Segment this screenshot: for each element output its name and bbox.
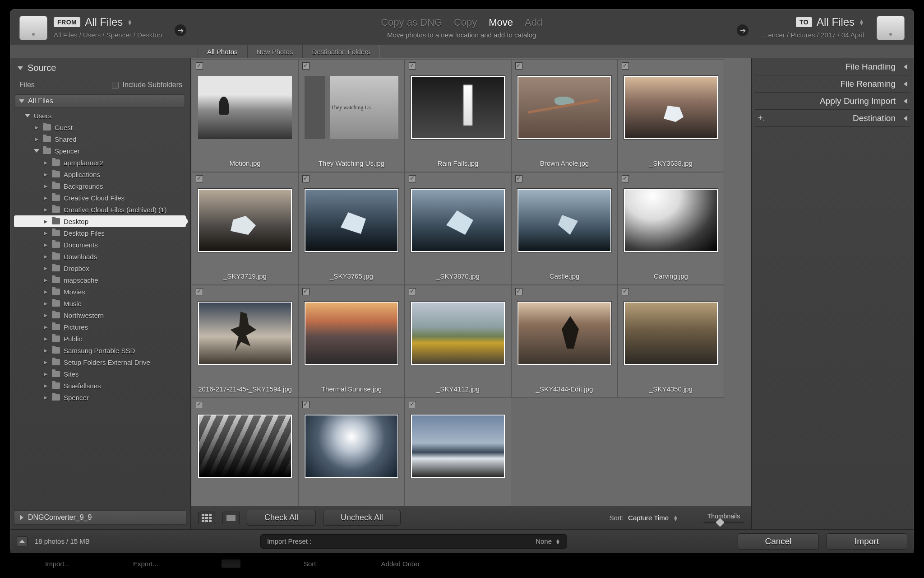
source-block[interactable]: FROM All Files ▲▼ All Files / Users / Sp… (54, 16, 162, 39)
thumbnail-cell[interactable]: _SKY4350.jpg (618, 285, 724, 398)
panel-header-source[interactable]: Source (13, 58, 188, 77)
tree-dng-converter[interactable]: DNGConverter_9_9 (14, 510, 187, 525)
thumbnail-image[interactable]: They watching Us. (305, 76, 398, 139)
dropdown-icon[interactable]: ▲▼ (859, 19, 864, 25)
thumbnail-checkbox[interactable] (409, 62, 416, 70)
uncheck-all-button[interactable]: Uncheck All (323, 510, 401, 526)
panel-file-renaming[interactable]: File Renaming (755, 75, 910, 93)
panel-file-handling[interactable]: File Handling (755, 58, 910, 75)
thumbnail-cell[interactable]: _SKY3719.jpg (192, 172, 298, 285)
thumbnail-image[interactable] (198, 189, 292, 252)
thumbnail-cell[interactable]: _SKY4344-Edit.jpg (511, 285, 618, 398)
arrow-right-icon[interactable]: ➔ (175, 24, 186, 36)
destination-drive-icon[interactable] (877, 16, 905, 40)
tree-item-selected[interactable]: ▶Desktop (14, 215, 186, 227)
thumbnail-image[interactable] (517, 302, 611, 365)
tree-spencer[interactable]: Spencer (14, 145, 186, 157)
thumbnail-checkbox[interactable] (196, 62, 203, 70)
thumbnail-checkbox[interactable] (302, 401, 310, 408)
preset-value[interactable]: None (536, 537, 552, 545)
op-copy[interactable]: Copy (454, 17, 477, 28)
thumbnail-image[interactable] (411, 76, 505, 139)
grid-view-button[interactable] (198, 512, 215, 524)
tree-all-files[interactable]: All Files (15, 94, 185, 108)
thumbnail-checkbox[interactable] (302, 175, 310, 182)
thumbnail-checkbox[interactable] (409, 175, 416, 182)
thumbnail-checkbox[interactable] (409, 401, 416, 408)
loupe-view-button[interactable] (222, 512, 240, 524)
thumbnail-checkbox[interactable] (409, 288, 416, 295)
thumbnail-image[interactable] (517, 189, 611, 252)
thumbnail-image[interactable] (198, 76, 292, 139)
dropdown-icon[interactable]: ▲▼ (127, 19, 132, 25)
op-add[interactable]: Add (525, 17, 542, 28)
tree-item[interactable]: ▶Creative Cloud Files (archived) (1) (14, 204, 186, 215)
thumbnail-checkbox[interactable] (622, 288, 629, 295)
tree-item[interactable]: ▶Desktop Files (14, 227, 186, 239)
thumbnail-cell[interactable] (192, 398, 298, 506)
thumbnail-image[interactable] (517, 76, 611, 139)
tree-item[interactable]: ▶Setup Folders External Drive (14, 356, 186, 368)
thumbnail-size-slider[interactable] (703, 522, 744, 523)
thumbnail-image[interactable] (305, 189, 398, 252)
tree-item[interactable]: ▶Snæfellsnes (14, 380, 186, 392)
thumbnail-image[interactable] (624, 76, 718, 139)
op-move[interactable]: Move (489, 17, 513, 28)
thumbnail-cell[interactable]: _SKY3765.jpg (298, 172, 405, 285)
tree-item[interactable]: ▶Creative Cloud Files (14, 192, 186, 204)
panel-destination[interactable]: +. Destination (755, 110, 910, 127)
thumbnail-cell[interactable]: Carving.jpg (618, 172, 724, 285)
tree-item[interactable]: ▶Downloads (14, 251, 186, 262)
thumbnail-cell[interactable]: _SKY4112.jpg (405, 285, 511, 398)
thumbnail-checkbox[interactable] (622, 62, 629, 70)
tree-item[interactable]: ▶Shared (14, 133, 186, 145)
thumbnail-cell[interactable] (405, 398, 511, 506)
thumbnail-image[interactable] (624, 302, 718, 365)
thumbnail-image[interactable] (411, 302, 505, 365)
plus-icon[interactable]: +. (758, 113, 765, 123)
cancel-button[interactable]: Cancel (738, 533, 819, 550)
thumbnail-image[interactable] (305, 415, 398, 478)
thumbnail-cell[interactable] (298, 398, 405, 506)
check-all-button[interactable]: Check All (247, 510, 316, 526)
include-subfolders-checkbox[interactable] (112, 82, 119, 89)
thumbnail-checkbox[interactable] (302, 288, 310, 295)
thumbnail-image[interactable] (411, 189, 505, 252)
tree-users[interactable]: Users (14, 110, 186, 121)
tree-item[interactable]: ▶mapscache (14, 274, 186, 286)
tree-item[interactable]: ▶Pictures (14, 321, 186, 333)
destination-label[interactable]: All Files (817, 16, 855, 28)
tree-item[interactable]: ▶Music (14, 298, 186, 309)
tree-item[interactable]: ▶Spencer (14, 392, 186, 403)
thumbnail-cell[interactable]: Rain Falls.jpg (405, 59, 511, 172)
op-copy-as-dng[interactable]: Copy as DNG (381, 17, 442, 28)
thumbnail-image[interactable] (305, 302, 398, 365)
disclose-button[interactable] (17, 536, 28, 546)
thumbnail-cell[interactable]: Thermal Sunrise.jpg (298, 285, 405, 398)
tree-item[interactable]: ▶Backgrounds (14, 180, 186, 192)
dropdown-icon[interactable]: ▲▼ (673, 515, 678, 521)
tree-item[interactable]: ▶apmplanner2 (14, 157, 186, 168)
import-preset-bar[interactable]: Import Preset : None ▲▼ (260, 534, 567, 549)
tree-item[interactable]: ▶Public (14, 333, 186, 345)
thumbnail-checkbox[interactable] (196, 175, 203, 182)
thumbnail-image[interactable] (624, 189, 718, 252)
thumbnail-checkbox[interactable] (515, 288, 522, 295)
dropdown-icon[interactable]: ▲▼ (555, 539, 560, 544)
thumbnail-checkbox[interactable] (302, 62, 310, 70)
thumbnail-checkbox[interactable] (622, 175, 629, 182)
thumbnail-checkbox[interactable] (515, 175, 522, 182)
tree-item[interactable]: ▶Samsung Portable SSD (14, 345, 186, 356)
panel-apply-during-import[interactable]: Apply During Import (755, 93, 910, 110)
tree-item[interactable]: ▶Sites (14, 368, 186, 380)
thumbnail-cell[interactable]: They watching Us.They Watching Us.jpg (298, 59, 405, 172)
tab-all-photos[interactable]: All Photos (198, 45, 247, 58)
arrow-right-icon-2[interactable]: ➔ (737, 24, 748, 36)
destination-block[interactable]: TO All Files ▲▼ …encer / Pictures / 2017… (761, 16, 864, 39)
tree-item[interactable]: ▶Guest (14, 121, 186, 133)
thumbnail-cell[interactable]: _SKY3870.jpg (405, 172, 511, 285)
thumbnail-checkbox[interactable] (196, 288, 203, 295)
thumbnail-image[interactable] (198, 415, 292, 478)
tree-item[interactable]: ▶Applications (14, 168, 186, 180)
tree-item[interactable]: ▶Northwestern (14, 309, 186, 321)
